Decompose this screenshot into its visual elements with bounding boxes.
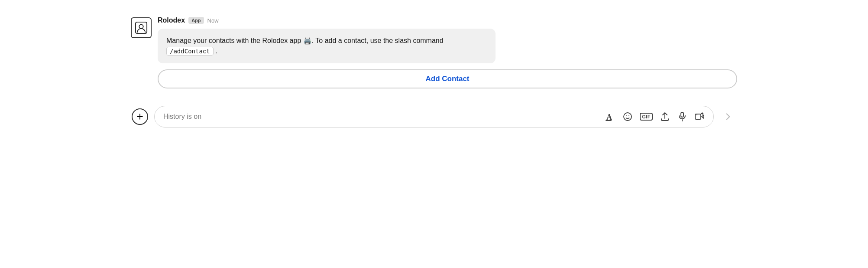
- timestamp: Now: [207, 17, 219, 24]
- gif-icon[interactable]: GIF: [640, 113, 653, 121]
- svg-rect-11: [695, 114, 701, 119]
- svg-rect-9: [681, 112, 683, 117]
- microphone-icon[interactable]: [677, 111, 687, 122]
- message-content: Rolodex App Now Manage your contacts wit…: [158, 16, 737, 88]
- avatar: [131, 17, 152, 38]
- message-input-box: A GIF: [154, 106, 714, 127]
- app-badge: App: [188, 17, 204, 24]
- message-input[interactable]: [163, 113, 605, 121]
- slash-command-code: /addContact: [166, 47, 214, 56]
- add-contact-button[interactable]: Add Contact: [158, 69, 737, 88]
- video-icon[interactable]: [694, 111, 705, 122]
- text-format-icon[interactable]: A: [605, 111, 615, 122]
- message-text-part3: .: [214, 47, 217, 55]
- emoji-icon[interactable]: [622, 111, 633, 122]
- message-bubble: Manage your contacts with the Rolodex ap…: [158, 29, 496, 63]
- main-container: Rolodex App Now Manage your contacts wit…: [131, 9, 737, 132]
- input-row: A GIF: [131, 106, 737, 127]
- upload-icon[interactable]: [660, 111, 670, 122]
- svg-point-7: [626, 115, 627, 116]
- svg-point-1: [139, 25, 143, 29]
- message-header: Rolodex App Now: [158, 16, 737, 24]
- input-icons: A GIF: [605, 111, 705, 122]
- message-row: Rolodex App Now Manage your contacts wit…: [131, 13, 737, 90]
- svg-point-6: [624, 113, 632, 121]
- svg-point-8: [628, 115, 629, 116]
- plus-button[interactable]: [132, 108, 148, 125]
- message-text-part1: Manage your contacts with the Rolodex ap…: [166, 37, 444, 44]
- app-name: Rolodex: [158, 16, 185, 24]
- gif-badge: GIF: [640, 113, 653, 121]
- send-button[interactable]: [720, 108, 736, 125]
